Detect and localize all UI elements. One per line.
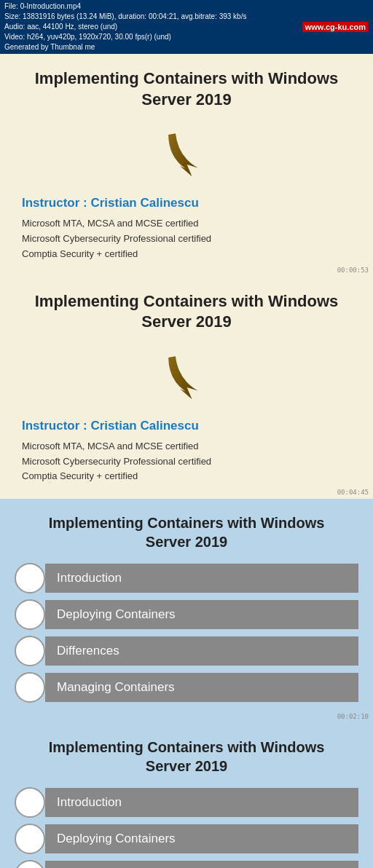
section1-instructor: Instructor : Cristian Calinescu [22,196,351,210]
section1-certs: Microsoft MTA, MCSA and MCSE certified M… [22,216,351,261]
file-info-line1: File: 0-Introduction.mp4 [4,1,246,12]
arrow-icon-1 [157,125,216,183]
menu-item-row-5[interactable]: Introduction [15,787,358,818]
menu-label-6: Deploying Containers [45,824,358,853]
section2-certs: Microsoft MTA, MCSA and MCSE certified M… [22,439,351,484]
timestamp-3: 00:02:10 [337,713,369,720]
file-info-line3: Audio: aac, 44100 Hz, stereo (und) [4,22,246,32]
menu-item-row-3[interactable]: Differences [15,636,358,666]
arrow-icon-2 [157,347,216,406]
cert3-s2: Comptia Security + certified [22,469,351,484]
cert1-s2: Microsoft MTA, MCSA and MCSE certified [22,439,351,454]
section3-title: Implementing Containers with Windows Ser… [15,513,358,551]
section-1: Implementing Containers with Windows Ser… [0,54,373,277]
cert2: Microsoft Cybersecurity Professional cer… [22,232,351,247]
menu-label-4: Managing Containers [45,673,358,702]
menu-label-5: Introduction [45,788,358,817]
file-info: File: 0-Introduction.mp4 Size: 13831916 … [4,1,246,52]
menu-circle-5 [15,787,45,818]
arrow-container-1 [22,125,351,183]
menu-item-row-4[interactable]: Managing Containers [15,672,358,703]
timestamp-1: 00:00:53 [337,267,369,274]
menu-circle-7 [15,860,45,868]
menu-label-2: Deploying Containers [45,600,358,629]
arrow-container-2 [22,347,351,406]
menu-item-row-2[interactable]: Deploying Containers [15,599,358,630]
menu-circle-2 [15,599,45,630]
menu-item-row-1[interactable]: Introduction [15,563,358,593]
menu-circle-4 [15,672,45,703]
cert1: Microsoft MTA, MCSA and MCSE certified [22,216,351,232]
timestamp-2: 00:04:45 [337,489,369,496]
top-bar: File: 0-Introduction.mp4 Size: 13831916 … [0,0,373,54]
cert2-s2: Microsoft Cybersecurity Professional cer… [22,454,351,470]
cert3: Comptia Security + certified [22,247,351,262]
file-info-line5: Generated by Thumbnal me [4,42,246,52]
menu-label-1: Introduction [45,564,358,593]
menu-circle-3 [15,636,45,666]
section4-title: Implementing Containers with Windows Ser… [15,738,358,776]
section1-title: Implementing Containers with Windows Ser… [22,68,351,110]
menu-circle-1 [15,563,45,593]
section-2: Implementing Containers with Windows Ser… [0,277,373,500]
menu-circle-6 [15,824,45,854]
watermark-top: www.cg-ku.com [302,22,369,32]
section2-title: Implementing Containers with Windows Ser… [22,291,351,333]
section-4: Implementing Containers with Windows Ser… [0,723,373,868]
section2-instructor: Instructor : Cristian Calinescu [22,419,351,433]
menu-item-row-6[interactable]: Deploying Containers [15,824,358,854]
section-3: Implementing Containers with Windows Ser… [0,499,373,723]
menu-label-7: Differences [45,861,358,868]
file-info-line4: Video: h264, yuv420p, 1920x720, 30.00 fp… [4,32,246,42]
menu-label-3: Differences [45,636,358,666]
menu-item-row-7[interactable]: Differences [15,860,358,868]
file-info-line2: Size: 13831916 bytes (13.24 MiB), durati… [4,12,246,22]
